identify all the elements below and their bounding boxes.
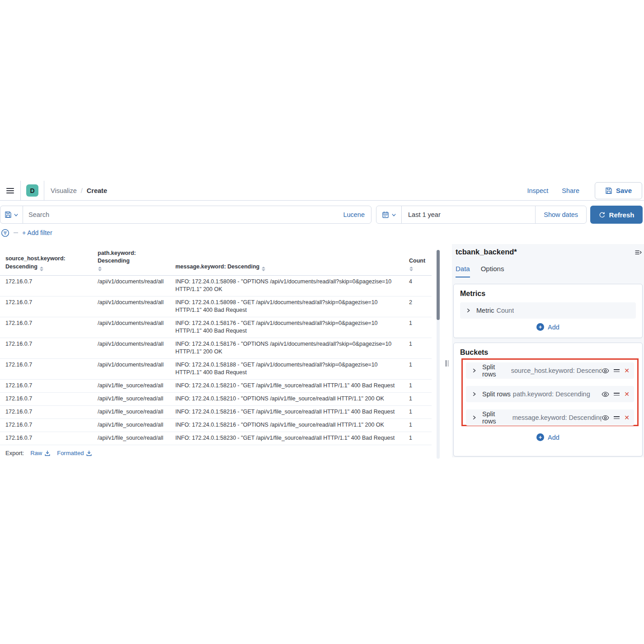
cell-path: /api/v1/file_source/read/all [92, 419, 170, 432]
search-input[interactable] [23, 211, 337, 218]
tab-options[interactable]: Options [481, 265, 504, 277]
drag-handle-icon[interactable] [614, 393, 620, 396]
table-row: 172.16.0.7 /api/v1/documents/read/all IN… [0, 276, 432, 296]
buckets-card: Buckets Split rows source_host.keyword: … [453, 343, 643, 456]
tab-data[interactable]: Data [456, 265, 470, 277]
export-formatted-link[interactable]: Formatted [57, 450, 92, 456]
eye-icon[interactable] [602, 414, 609, 422]
add-filter-button[interactable]: + Add filter [22, 229, 52, 236]
metric-count-row[interactable]: Metric Count [460, 302, 636, 319]
cell-path: /api/v1/file_source/read/all [92, 406, 170, 418]
saved-query-menu-button[interactable] [0, 206, 23, 223]
viz-data-table: source_host.keyword: Descending path.key… [0, 248, 432, 445]
show-dates-button[interactable]: Show dates [535, 206, 586, 223]
sort-icon[interactable] [40, 267, 43, 271]
filter-bar: + Add filter [1, 228, 52, 238]
cell-message: INFO: 172.24.0.1:58210 - "GET /api/v1/fi… [170, 380, 404, 392]
buckets-title: Buckets [460, 348, 488, 357]
table-row: 172.16.0.7 /api/v1/file_source/read/all … [0, 406, 432, 419]
collapse-panel-icon[interactable] [635, 249, 642, 256]
panel-resize-handle[interactable] [446, 360, 448, 367]
cell-count: 1 [404, 359, 432, 379]
inspect-link[interactable]: Inspect [527, 187, 549, 194]
chevron-right-icon [471, 415, 477, 420]
visualization-editor-panel: tcbank_backend* Data Options Metrics Met… [452, 244, 644, 457]
header-path[interactable]: path.keyword: Descending [92, 249, 170, 271]
bucket-split-rows-path[interactable]: Split rows path.keyword: Descending ✕ [466, 386, 634, 402]
time-range-value[interactable]: Last 1 year [402, 211, 441, 218]
export-raw-link[interactable]: Raw [30, 450, 51, 456]
refresh-button[interactable]: Refresh [590, 206, 643, 224]
cell-count: 1 [404, 406, 432, 418]
scrollbar-thumb[interactable] [437, 250, 440, 320]
cell-path: /api/v1/file_source/read/all [92, 393, 170, 405]
editor-tabs: Data Options [456, 265, 504, 277]
sort-icon[interactable] [409, 267, 424, 271]
share-link[interactable]: Share [562, 187, 579, 194]
index-pattern-title: tcbank_backend* [456, 248, 517, 256]
cell-source-host: 172.16.0.7 [0, 296, 92, 317]
cell-source-host: 172.16.0.7 [0, 380, 92, 392]
menu-button[interactable] [0, 181, 21, 200]
header-count[interactable]: Count [404, 257, 432, 271]
cell-message: INFO: 172.24.0.1:58216 - "OPTIONS /api/v… [170, 419, 404, 432]
cell-source-host: 172.16.0.7 [0, 338, 92, 358]
cell-source-host: 172.16.0.7 [0, 432, 92, 445]
hamburger-icon [6, 187, 14, 195]
date-quick-select-button[interactable] [376, 206, 402, 223]
add-metric-button[interactable]: + Add [454, 323, 642, 331]
sort-icon[interactable] [262, 267, 265, 271]
breadcrumb-visualize[interactable]: Visualize [51, 187, 77, 194]
cell-path: /api/v1/documents/read/all [92, 296, 170, 317]
table-row: 172.16.0.7 /api/v1/file_source/read/all … [0, 380, 432, 393]
header-message[interactable]: message.keyword: Descending [170, 263, 404, 271]
header-source-host[interactable]: source_host.keyword: Descending [0, 255, 92, 271]
space-avatar[interactable]: D [26, 184, 38, 197]
download-icon [44, 450, 51, 456]
cell-count: 1 [404, 432, 432, 445]
save-button[interactable]: Save [595, 182, 642, 199]
table-header-row: source_host.keyword: Descending path.key… [0, 248, 432, 276]
table-row: 172.16.0.7 /api/v1/file_source/read/all … [0, 432, 432, 445]
cell-count: 1 [404, 393, 432, 405]
remove-bucket-icon[interactable]: ✕ [624, 414, 630, 421]
table-scrollbar[interactable] [437, 250, 440, 459]
add-bucket-button[interactable]: + Add [454, 433, 642, 441]
bucket-split-rows-message[interactable]: Split rows message.keyword: Descending ✕ [466, 409, 634, 426]
sort-icon[interactable] [98, 267, 163, 271]
refresh-icon [599, 212, 606, 218]
chevron-right-icon [471, 391, 477, 397]
red-annotation-rectangle: Split rows source_host.keyword: Descend.… [461, 358, 639, 426]
drag-handle-icon[interactable] [614, 369, 620, 372]
filter-dash [14, 232, 18, 233]
eye-icon[interactable] [602, 367, 609, 375]
chevron-down-icon [14, 212, 19, 217]
cell-count: 1 [404, 380, 432, 392]
cell-message: INFO: 172.24.0.1:58216 - "GET /api/v1/fi… [170, 406, 404, 418]
remove-bucket-icon[interactable]: ✕ [624, 367, 630, 374]
bucket-split-rows-source-host[interactable]: Split rows source_host.keyword: Descend.… [466, 362, 634, 379]
cell-path: /api/v1/documents/read/all [92, 338, 170, 358]
export-label: Export: [5, 450, 24, 456]
table-row: 172.16.0.7 /api/v1/documents/read/all IN… [0, 317, 432, 338]
query-language-switcher[interactable]: Lucene [337, 211, 371, 218]
download-icon [86, 450, 92, 456]
remove-bucket-icon[interactable]: ✕ [624, 391, 630, 397]
breadcrumb-create: Create [87, 187, 107, 194]
cell-source-host: 172.16.0.7 [0, 359, 92, 379]
cell-source-host: 172.16.0.7 [0, 276, 92, 296]
space-switcher[interactable]: D [21, 181, 44, 200]
query-bar-row: Lucene Last 1 year Show dates Refr [0, 206, 644, 224]
eye-icon[interactable] [602, 390, 609, 398]
cell-message: INFO: 172.24.0.1:58176 - "GET /api/v1/do… [170, 317, 404, 338]
drag-handle-icon[interactable] [614, 416, 620, 419]
plus-circle-icon: + [536, 323, 544, 331]
save-icon [605, 187, 612, 194]
cell-message: INFO: 172.24.0.1:58230 - "GET /api/v1/fi… [170, 432, 404, 445]
cell-source-host: 172.16.0.7 [0, 419, 92, 432]
cell-source-host: 172.16.0.7 [0, 406, 92, 418]
metrics-card: Metrics Metric Count + Add [453, 284, 643, 338]
cell-message: INFO: 172.24.0.1:58210 - "OPTIONS /api/v… [170, 393, 404, 405]
breadcrumb: Visualize / Create [51, 187, 107, 194]
filter-icon[interactable] [1, 229, 9, 237]
